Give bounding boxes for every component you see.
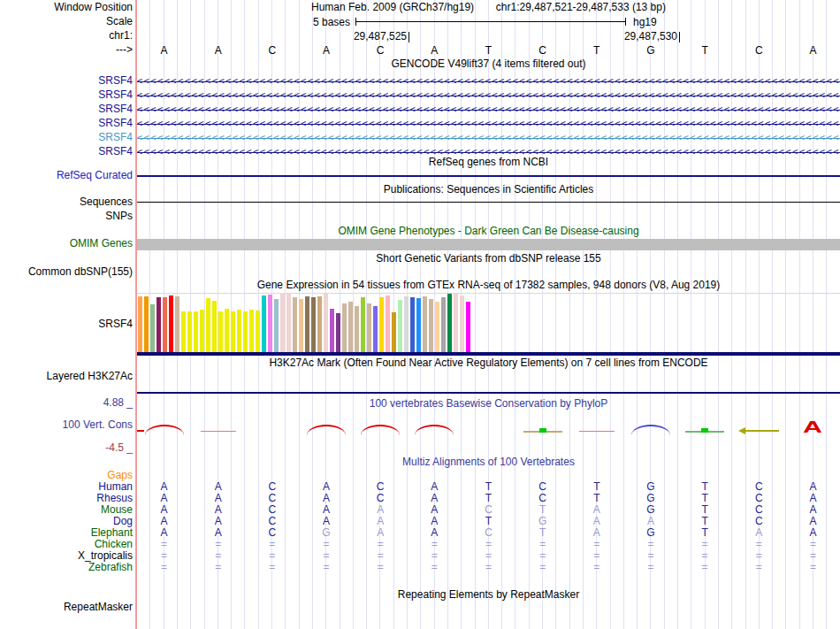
gtex-tissue-bar[interactable] [293,297,297,352]
sequence-base[interactable]: T [678,45,732,57]
omim-genes-label[interactable]: OMIM Genes [0,238,133,249]
vert-cons-label[interactable]: 100 Vert. Cons [0,419,133,431]
gtex-tissue-bar[interactable] [429,299,433,352]
gtex-tissue-bar[interactable] [144,296,149,352]
gencode-transcript[interactable]: <<<<<<<<<<<<<<<<<<<<<<<<<<<<<<<<<<<<<<<<… [137,88,840,103]
gtex-tissue-bar[interactable] [404,296,409,352]
gtex-tissue-bar[interactable] [460,295,464,352]
gtex-tissue-bar[interactable] [150,304,155,352]
phylop-flat[interactable] [201,431,236,432]
gtex-tissue-bar[interactable] [392,312,396,352]
gencode-transcript-label[interactable]: SRSF4 [0,118,133,129]
gtex-tissue-bar[interactable] [330,309,334,352]
gtex-tissue-bar[interactable] [336,313,340,352]
gtex-tissue-bar[interactable] [194,311,198,352]
gtex-tissue-bar[interactable] [206,298,210,352]
gtex-tissue-bar[interactable] [212,301,217,352]
gtex-tissue-bar[interactable] [175,296,179,352]
sequence-base[interactable]: C [354,45,408,57]
gtex-tissue-bar[interactable] [225,309,229,352]
publications-item-line[interactable] [137,202,840,203]
gencode-transcript[interactable]: <<<<<<<<<<<<<<<<<<<<<<<<<<<<<<<<<<<<<<<<… [137,145,840,159]
gencode-transcript-label[interactable]: SRSF4 [0,104,133,115]
gencode-transcript[interactable]: <<<<<<<<<<<<<<<<<<<<<<<<<<<<<<<<<<<<<<<<… [137,131,840,145]
gtex-tissue-bar[interactable] [187,311,192,352]
gtex-expression-bar-chart[interactable] [138,294,828,352]
strand-direction-label[interactable]: ---> [0,44,133,56]
gtex-tissue-bar[interactable] [311,297,316,352]
gtex-tissue-bar[interactable] [367,303,371,352]
sequence-base[interactable]: T [569,45,623,57]
gtex-tissue-bar[interactable] [410,297,415,352]
gencode-transcript[interactable]: <<<<<<<<<<<<<<<<<<<<<<<<<<<<<<<<<<<<<<<<… [137,103,840,117]
gtex-tissue-bar[interactable] [386,295,390,352]
sequence-base[interactable]: T [462,45,515,57]
gtex-tissue-bar[interactable] [157,297,161,352]
gtex-tissue-bar[interactable] [286,294,291,352]
gtex-tissue-bar[interactable] [435,302,439,352]
gencode-transcript-label[interactable]: SRSF4 [0,146,133,157]
gtex-gene-model-line[interactable] [137,352,840,356]
gtex-tissue-bar[interactable] [237,310,241,352]
gencode-transcript-label[interactable]: SRSF4 [0,75,133,87]
gtex-tissue-bar[interactable] [268,295,272,352]
omim-gene-bar[interactable] [137,239,840,250]
gtex-tissue-bar[interactable] [280,293,285,352]
sequence-base[interactable]: G [623,45,677,57]
h3k27ac-baseline[interactable] [137,392,840,394]
gtex-tissue-bar[interactable] [324,294,328,352]
phylop-mixed[interactable] [523,426,562,435]
sequence-base[interactable]: A [786,45,840,57]
sequence-base[interactable]: A [137,45,191,57]
refseq-gene-line[interactable] [137,175,840,177]
gtex-tissue-bar[interactable] [243,311,248,352]
phylop-logo-letter[interactable]: A [781,418,840,437]
gtex-tissue-bar[interactable] [256,311,260,352]
sequence-base[interactable]: C [245,45,299,57]
gtex-tissue-bar[interactable] [169,295,173,352]
gtex-tissue-bar[interactable] [138,296,142,352]
gtex-tissue-bar[interactable] [423,296,427,352]
gencode-transcript-label[interactable]: SRSF4 [0,132,133,143]
coordinate-right[interactable]: 29,487,530 [137,30,680,42]
gtex-tissue-bar[interactable] [379,297,384,352]
gtex-tissue-bar[interactable] [398,300,402,352]
multiz-species-label[interactable]: Zebrafish [0,562,133,573]
gtex-tissue-bar[interactable] [163,297,167,352]
gtex-gene-label[interactable]: SRSF4 [0,318,133,330]
gtex-tissue-bar[interactable] [441,297,446,352]
gtex-tissue-bar[interactable] [416,298,421,352]
gtex-tissue-bar[interactable] [466,302,470,352]
gtex-tissue-bar[interactable] [447,294,452,352]
gtex-tissue-bar[interactable] [218,311,223,352]
gtex-tissue-bar[interactable] [274,299,279,352]
multiz-base-row[interactable]: ============= [137,562,840,573]
gtex-tissue-bar[interactable] [317,296,322,352]
layered-h3k27ac-label[interactable]: Layered H3K27Ac [0,371,133,382]
gtex-tissue-bar[interactable] [249,310,254,352]
sequence-base[interactable]: C [732,45,786,57]
gencode-transcript-label[interactable]: SRSF4 [0,89,133,101]
snps-label[interactable]: SNPs [0,211,133,222]
sequences-label[interactable]: Sequences [0,196,133,208]
gtex-tissue-bar[interactable] [355,306,359,352]
sequence-base[interactable]: A [408,45,462,57]
sequence-base[interactable]: C [515,45,569,57]
repeatmasker-label[interactable]: RepeatMasker [0,602,133,613]
phylop-flat[interactable] [579,431,615,432]
refseq-curated-label[interactable]: RefSeq Curated [0,170,133,181]
gtex-tissue-bar[interactable] [342,303,347,352]
gtex-tissue-bar[interactable] [181,311,186,352]
common-dbsnp-label[interactable]: Common dbSNP(155) [0,266,133,278]
gtex-tissue-bar[interactable] [348,302,353,352]
gencode-transcript[interactable]: <<<<<<<<<<<<<<<<<<<<<<<<<<<<<<<<<<<<<<<<… [137,117,840,131]
sequence-base[interactable]: A [299,45,353,57]
sequence-base[interactable]: A [191,45,245,57]
gtex-tissue-bar[interactable] [299,299,303,352]
phylop-arrow[interactable] [738,427,779,434]
gtex-tissue-bar[interactable] [305,296,309,352]
gtex-tissue-bar[interactable] [373,306,378,352]
gtex-tissue-bar[interactable] [200,310,204,352]
phylop-mixed[interactable] [685,426,724,435]
gtex-tissue-bar[interactable] [361,297,365,352]
